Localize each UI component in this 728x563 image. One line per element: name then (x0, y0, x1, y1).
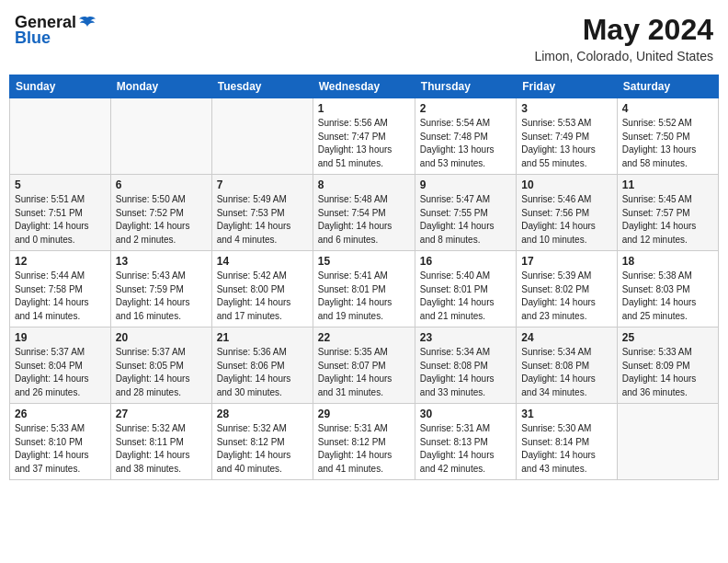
day-number: 12 (15, 255, 106, 268)
calendar-day-26: 26Sunrise: 5:33 AM Sunset: 8:10 PM Dayli… (10, 404, 111, 480)
day-number: 30 (420, 408, 511, 420)
day-number: 21 (217, 331, 308, 344)
day-info: Sunrise: 5:54 AM Sunset: 7:48 PM Dayligh… (420, 117, 511, 170)
day-info: Sunrise: 5:40 AM Sunset: 8:01 PM Dayligh… (420, 270, 511, 323)
day-info: Sunrise: 5:34 AM Sunset: 8:08 PM Dayligh… (420, 346, 511, 399)
col-header-monday: Monday (110, 75, 211, 98)
day-info: Sunrise: 5:42 AM Sunset: 8:00 PM Dayligh… (217, 270, 308, 323)
day-info: Sunrise: 5:47 AM Sunset: 7:55 PM Dayligh… (420, 193, 511, 247)
calendar-day-16: 16Sunrise: 5:40 AM Sunset: 8:01 PM Dayli… (415, 251, 516, 327)
calendar-day-empty (110, 98, 211, 175)
day-info: Sunrise: 5:36 AM Sunset: 8:06 PM Dayligh… (217, 346, 308, 399)
day-number: 7 (217, 178, 308, 191)
day-number: 4 (622, 102, 713, 115)
day-number: 22 (318, 331, 410, 344)
calendar-day-23: 23Sunrise: 5:34 AM Sunset: 8:08 PM Dayli… (415, 327, 516, 404)
calendar-week-row: 26Sunrise: 5:33 AM Sunset: 8:10 PM Dayli… (10, 404, 719, 480)
day-info: Sunrise: 5:33 AM Sunset: 8:10 PM Dayligh… (15, 422, 106, 476)
day-number: 26 (15, 408, 106, 420)
day-number: 20 (116, 331, 207, 344)
day-info: Sunrise: 5:31 AM Sunset: 8:13 PM Dayligh… (420, 422, 511, 476)
calendar-day-24: 24Sunrise: 5:34 AM Sunset: 8:08 PM Dayli… (517, 327, 617, 404)
day-number: 13 (116, 255, 207, 268)
day-number: 29 (318, 408, 410, 420)
calendar-day-10: 10Sunrise: 5:46 AM Sunset: 7:56 PM Dayli… (517, 175, 617, 251)
day-info: Sunrise: 5:49 AM Sunset: 7:53 PM Dayligh… (217, 193, 308, 247)
logo-text-blue: Blue (15, 29, 51, 48)
calendar-week-row: 5Sunrise: 5:51 AM Sunset: 7:51 PM Daylig… (10, 175, 719, 251)
day-info: Sunrise: 5:52 AM Sunset: 7:50 PM Dayligh… (622, 117, 713, 170)
day-number: 6 (116, 178, 207, 191)
day-info: Sunrise: 5:53 AM Sunset: 7:49 PM Dayligh… (521, 117, 611, 170)
day-info: Sunrise: 5:37 AM Sunset: 8:05 PM Dayligh… (116, 346, 207, 399)
calendar-day-3: 3Sunrise: 5:53 AM Sunset: 7:49 PM Daylig… (517, 98, 617, 175)
day-info: Sunrise: 5:44 AM Sunset: 7:58 PM Dayligh… (15, 270, 106, 323)
day-number: 1 (318, 102, 410, 115)
calendar-week-row: 19Sunrise: 5:37 AM Sunset: 8:04 PM Dayli… (10, 327, 719, 404)
day-number: 25 (622, 331, 713, 344)
calendar-day-25: 25Sunrise: 5:33 AM Sunset: 8:09 PM Dayli… (617, 327, 718, 404)
col-header-sunday: Sunday (10, 75, 111, 98)
day-number: 31 (521, 408, 611, 420)
day-info: Sunrise: 5:51 AM Sunset: 7:51 PM Dayligh… (15, 193, 106, 247)
day-info: Sunrise: 5:32 AM Sunset: 8:11 PM Dayligh… (116, 422, 207, 476)
calendar-header-row: SundayMondayTuesdayWednesdayThursdayFrid… (10, 75, 719, 98)
day-info: Sunrise: 5:31 AM Sunset: 8:12 PM Dayligh… (318, 422, 410, 476)
day-info: Sunrise: 5:56 AM Sunset: 7:47 PM Dayligh… (318, 117, 410, 170)
day-info: Sunrise: 5:30 AM Sunset: 8:14 PM Dayligh… (521, 422, 611, 476)
calendar-day-14: 14Sunrise: 5:42 AM Sunset: 8:00 PM Dayli… (211, 251, 313, 327)
title-block: May 2024 Limon, Colorado, United States (534, 13, 713, 63)
page-title: May 2024 (534, 13, 713, 47)
day-number: 28 (217, 408, 308, 420)
day-number: 11 (622, 178, 713, 191)
logo-bird-icon (78, 16, 97, 30)
calendar-day-30: 30Sunrise: 5:31 AM Sunset: 8:13 PM Dayli… (415, 404, 516, 480)
day-number: 3 (521, 102, 611, 115)
calendar-day-15: 15Sunrise: 5:41 AM Sunset: 8:01 PM Dayli… (313, 251, 415, 327)
calendar-day-17: 17Sunrise: 5:39 AM Sunset: 8:02 PM Dayli… (517, 251, 617, 327)
calendar-day-7: 7Sunrise: 5:49 AM Sunset: 7:53 PM Daylig… (211, 175, 313, 251)
calendar-day-31: 31Sunrise: 5:30 AM Sunset: 8:14 PM Dayli… (517, 404, 617, 480)
calendar-day-13: 13Sunrise: 5:43 AM Sunset: 7:59 PM Dayli… (110, 251, 211, 327)
day-info: Sunrise: 5:46 AM Sunset: 7:56 PM Dayligh… (521, 193, 611, 247)
day-number: 10 (521, 178, 611, 191)
calendar-day-5: 5Sunrise: 5:51 AM Sunset: 7:51 PM Daylig… (10, 175, 111, 251)
day-number: 16 (420, 255, 511, 268)
calendar-week-row: 12Sunrise: 5:44 AM Sunset: 7:58 PM Dayli… (10, 251, 719, 327)
calendar-day-9: 9Sunrise: 5:47 AM Sunset: 7:55 PM Daylig… (415, 175, 516, 251)
col-header-friday: Friday (517, 75, 617, 98)
day-info: Sunrise: 5:37 AM Sunset: 8:04 PM Dayligh… (15, 346, 106, 399)
day-info: Sunrise: 5:45 AM Sunset: 7:57 PM Dayligh… (622, 193, 713, 247)
day-number: 9 (420, 178, 511, 191)
col-header-wednesday: Wednesday (313, 75, 415, 98)
calendar-day-22: 22Sunrise: 5:35 AM Sunset: 8:07 PM Dayli… (313, 327, 415, 404)
calendar-table: SundayMondayTuesdayWednesdayThursdayFrid… (9, 75, 719, 480)
day-number: 18 (622, 255, 713, 268)
day-info: Sunrise: 5:38 AM Sunset: 8:03 PM Dayligh… (622, 270, 713, 323)
day-number: 27 (116, 408, 207, 420)
day-info: Sunrise: 5:39 AM Sunset: 8:02 PM Dayligh… (521, 270, 611, 323)
day-info: Sunrise: 5:48 AM Sunset: 7:54 PM Dayligh… (318, 193, 410, 247)
day-info: Sunrise: 5:32 AM Sunset: 8:12 PM Dayligh… (217, 422, 308, 476)
day-number: 5 (15, 178, 106, 191)
day-number: 24 (521, 331, 611, 344)
col-header-tuesday: Tuesday (211, 75, 313, 98)
calendar-day-29: 29Sunrise: 5:31 AM Sunset: 8:12 PM Dayli… (313, 404, 415, 480)
day-info: Sunrise: 5:50 AM Sunset: 7:52 PM Dayligh… (116, 193, 207, 247)
calendar-day-20: 20Sunrise: 5:37 AM Sunset: 8:05 PM Dayli… (110, 327, 211, 404)
day-number: 17 (521, 255, 611, 268)
logo: General Blue (15, 13, 97, 48)
calendar-day-4: 4Sunrise: 5:52 AM Sunset: 7:50 PM Daylig… (617, 98, 718, 175)
day-info: Sunrise: 5:35 AM Sunset: 8:07 PM Dayligh… (318, 346, 410, 399)
calendar-day-empty (10, 98, 111, 175)
col-header-saturday: Saturday (617, 75, 718, 98)
calendar-day-empty (211, 98, 313, 175)
calendar-day-11: 11Sunrise: 5:45 AM Sunset: 7:57 PM Dayli… (617, 175, 718, 251)
calendar-day-6: 6Sunrise: 5:50 AM Sunset: 7:52 PM Daylig… (110, 175, 211, 251)
calendar-day-21: 21Sunrise: 5:36 AM Sunset: 8:06 PM Dayli… (211, 327, 313, 404)
calendar-day-1: 1Sunrise: 5:56 AM Sunset: 7:47 PM Daylig… (313, 98, 415, 175)
page-header: General Blue May 2024 Limon, Colorado, U… (9, 9, 719, 67)
day-info: Sunrise: 5:34 AM Sunset: 8:08 PM Dayligh… (521, 346, 611, 399)
calendar-day-19: 19Sunrise: 5:37 AM Sunset: 8:04 PM Dayli… (10, 327, 111, 404)
day-info: Sunrise: 5:33 AM Sunset: 8:09 PM Dayligh… (622, 346, 713, 399)
